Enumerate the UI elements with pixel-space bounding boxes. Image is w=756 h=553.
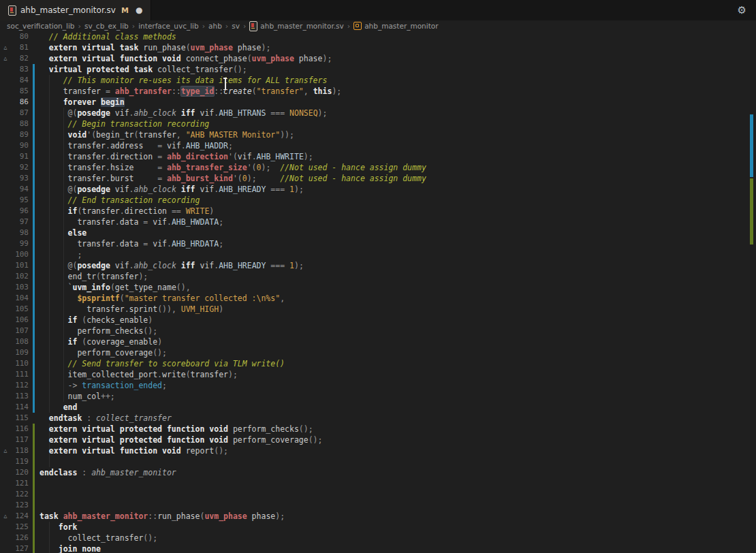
code-text[interactable]: endtask : collect_transfer — [40, 413, 756, 424]
code-line[interactable]: △82 extern virtual function void connect… — [0, 53, 756, 64]
code-text[interactable]: @(posedge vif.ahb_clock iff vif.AHB_HREA… — [40, 184, 756, 195]
line-number[interactable]: 121 — [11, 478, 29, 489]
line-number[interactable]: 126 — [11, 533, 29, 543]
code-text[interactable]: if (coverage_enable) — [40, 336, 756, 347]
dirty-indicator-icon[interactable]: ● — [136, 6, 142, 14]
code-text[interactable]: item_collected_port.write(transfer); — [40, 369, 756, 380]
code-line[interactable]: 119 — [0, 456, 756, 467]
code-line[interactable]: 108 if (coverage_enable) — [0, 336, 756, 347]
line-number[interactable]: 80 — [11, 31, 29, 42]
code-line[interactable]: 97 transfer.data = vif.AHB_HWDATA; — [0, 217, 756, 227]
code-line[interactable]: 101 @(posedge vif.ahb_clock iff vif.AHB_… — [0, 260, 756, 271]
code-line[interactable]: 84 // This monitor re-uses its data item… — [0, 75, 756, 86]
code-line[interactable]: 126 collect_transfer(); — [0, 533, 756, 543]
code-text[interactable]: extern virtual task run_phase(uvm_phase … — [40, 42, 756, 53]
line-number[interactable]: 111 — [11, 369, 29, 380]
code-text[interactable]: if(transfer.direction == WRITE) — [40, 206, 756, 217]
breadcrumb-item[interactable]: sv_cb_ex_lib — [84, 22, 129, 30]
line-number[interactable]: 93 — [11, 173, 29, 184]
code-line[interactable]: 100 ; — [0, 249, 756, 260]
line-number[interactable]: 83 — [11, 64, 29, 75]
code-line[interactable]: 85 transfer = ahb_transfer::type_id::cre… — [0, 86, 756, 97]
code-text[interactable]: transfer.burst = ahb_burst_kind'(0); //N… — [40, 173, 756, 184]
line-number[interactable]: 108 — [11, 336, 29, 347]
line-number[interactable]: 87 — [11, 108, 29, 118]
code-text[interactable]: num_col++; — [40, 391, 756, 402]
line-number[interactable]: 115 — [11, 413, 29, 424]
line-number[interactable]: 100 — [11, 249, 29, 260]
line-number[interactable]: 123 — [11, 500, 29, 511]
code-text[interactable]: task ahb_master_monitor::run_phase(uvm_p… — [40, 511, 756, 522]
code-text[interactable]: transfer.sprint()), UVM_HIGH) — [40, 304, 756, 315]
line-number[interactable]: 102 — [11, 271, 29, 282]
code-text[interactable] — [40, 500, 756, 511]
line-number[interactable]: 85 — [11, 86, 29, 97]
code-line[interactable]: 115 endtask : collect_transfer — [0, 413, 756, 424]
code-text[interactable]: transfer.address = vif.AHB_HADDR; — [40, 140, 756, 151]
line-number[interactable]: 114 — [11, 402, 29, 413]
line-number[interactable]: 122 — [11, 489, 29, 500]
code-line[interactable]: 107 perform_checks(); — [0, 326, 756, 336]
code-text[interactable]: transfer.direction = ahb_direction'(vif.… — [40, 151, 756, 162]
code-line[interactable]: 83 virtual protected task collect_transf… — [0, 64, 756, 75]
code-line[interactable]: △124task ahb_master_monitor::run_phase(u… — [0, 511, 756, 522]
code-line[interactable]: 94 @(posedge vif.ahb_clock iff vif.AHB_H… — [0, 184, 756, 195]
code-line[interactable]: 95 // End transaction recording — [0, 195, 756, 206]
line-number[interactable]: 105 — [11, 304, 29, 315]
line-number[interactable]: 104 — [11, 293, 29, 304]
code-text[interactable]: if (checks_enable) — [40, 315, 756, 326]
code-line[interactable]: 103 `uvm_info(get_type_name(), — [0, 282, 756, 293]
code-text[interactable]: endclass : ahb_master_monitor — [40, 467, 756, 478]
line-number[interactable]: 92 — [11, 162, 29, 173]
code-line[interactable]: 125 fork — [0, 522, 756, 533]
line-number[interactable]: 84 — [11, 75, 29, 86]
code-text[interactable]: transfer.data = vif.AHB_HWDATA; — [40, 217, 756, 227]
code-line[interactable]: 120endclass : ahb_master_monitor — [0, 467, 756, 478]
code-text[interactable]: @(posedge vif.ahb_clock iff vif.AHB_HREA… — [40, 260, 756, 271]
breadcrumb-item[interactable]: sv — [232, 22, 240, 30]
code-text[interactable] — [40, 478, 756, 489]
code-line[interactable]: △81 extern virtual task run_phase(uvm_ph… — [0, 42, 756, 53]
code-text[interactable]: @(posedge vif.ahb_clock iff vif.AHB_HTRA… — [40, 108, 756, 118]
code-editor[interactable]: 80 // Additional class methods△81 extern… — [0, 31, 756, 553]
line-number[interactable]: 117 — [11, 434, 29, 445]
line-number[interactable]: 118 — [11, 445, 29, 456]
code-line[interactable]: 80 // Additional class methods — [0, 31, 756, 42]
code-text[interactable]: // This monitor re-uses its data items f… — [40, 75, 756, 86]
line-number[interactable]: 97 — [11, 217, 29, 227]
code-line[interactable]: 112 -> transaction_ended; — [0, 380, 756, 391]
line-number[interactable]: 116 — [11, 424, 29, 434]
line-number[interactable]: 94 — [11, 184, 29, 195]
code-text[interactable]: // End transaction recording — [40, 195, 756, 206]
code-text[interactable]: ; — [40, 249, 756, 260]
code-text[interactable]: -> transaction_ended; — [40, 380, 756, 391]
code-line[interactable]: 92 transfer.hsize = ahb_transfer_size'(0… — [0, 162, 756, 173]
code-text[interactable]: fork — [40, 522, 756, 533]
code-text[interactable]: perform_checks(); — [40, 326, 756, 336]
line-number[interactable]: 82 — [11, 53, 29, 64]
code-line[interactable]: 116 extern virtual protected function vo… — [0, 424, 756, 434]
code-text[interactable]: collect_transfer(); — [40, 533, 756, 543]
code-line[interactable]: 104 $psprintf("master transfer collected… — [0, 293, 756, 304]
breadcrumb-item[interactable]: ahb — [208, 22, 222, 30]
code-line[interactable]: 88 // Begin transaction recording — [0, 118, 756, 129]
line-number[interactable]: 96 — [11, 206, 29, 217]
line-number[interactable]: 113 — [11, 391, 29, 402]
code-line[interactable]: 91 transfer.direction = ahb_direction'(v… — [0, 151, 756, 162]
code-text[interactable]: `uvm_info(get_type_name(), — [40, 282, 756, 293]
line-number[interactable]: 127 — [11, 543, 29, 553]
breadcrumb-item[interactable]: ahb_master_monitor — [353, 22, 438, 30]
line-number[interactable]: 81 — [11, 42, 29, 53]
line-number[interactable]: 91 — [11, 151, 29, 162]
code-line[interactable]: 86 forever begin — [0, 97, 756, 108]
code-text[interactable]: // Begin transaction recording — [40, 118, 756, 129]
line-number[interactable]: 89 — [11, 129, 29, 140]
code-text[interactable]: virtual protected task collect_transfer(… — [40, 64, 756, 75]
code-line[interactable]: 99 transfer.data = vif.AHB_HRDATA; — [0, 238, 756, 249]
code-text[interactable]: else — [40, 227, 756, 238]
editor-tab[interactable]: ahb_master_monitor.sv M ● — [0, 0, 151, 20]
code-line[interactable]: 87 @(posedge vif.ahb_clock iff vif.AHB_H… — [0, 108, 756, 118]
code-text[interactable]: end — [40, 402, 756, 413]
code-line[interactable]: 98 else — [0, 227, 756, 238]
code-text[interactable]: transfer = ahb_transfer::type_id::create… — [40, 86, 756, 97]
